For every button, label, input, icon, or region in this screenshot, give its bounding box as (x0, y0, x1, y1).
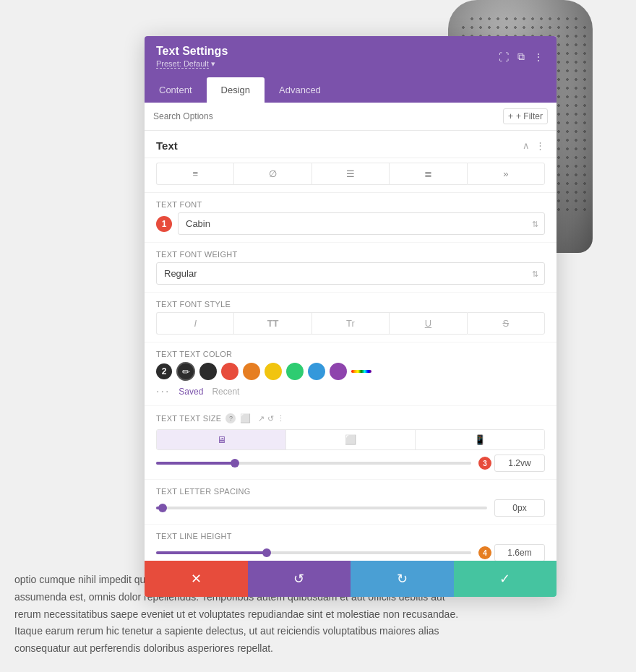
text-section: Text ∧ ⋮ ≡ ∅ ☰ ≣ » Text Font 1 Cabin (145, 131, 556, 597)
text-color-label: Text Text Color (156, 350, 545, 358)
undo-icon: ↺ (293, 571, 304, 587)
style-btn-capitalize[interactable]: Tr (311, 312, 389, 335)
text-font-weight-select[interactable]: Regular (157, 263, 544, 284)
reset-icon[interactable]: ↺ (267, 414, 274, 423)
format-btn-ordered[interactable]: ≣ (389, 163, 466, 185)
text-size-slider-track[interactable] (156, 462, 471, 465)
modal-title-area: Text Settings Preset: Default ▾ (156, 45, 228, 69)
saved-recent-row: ··· Saved Recent (156, 385, 545, 398)
badge-1: 1 (156, 216, 172, 232)
device-tab-mobile[interactable]: 📱 (416, 430, 544, 449)
badge-2: 2 (156, 363, 172, 379)
color-picker-icon[interactable]: ✏ (176, 362, 195, 381)
text-font-field: Text Font 1 Cabin ⇅ (145, 193, 556, 243)
section-header-icons: ∧ ⋮ (523, 140, 545, 151)
section-header: Text ∧ ⋮ (145, 131, 556, 158)
line-height-slider-track[interactable] (156, 551, 471, 554)
color-gradient-picker[interactable] (351, 370, 371, 373)
desktop-icon-small[interactable]: ⬜ (240, 413, 251, 423)
color-dot-red[interactable] (221, 363, 239, 380)
tab-design[interactable]: Design (207, 77, 265, 103)
bottom-bar: ✕ ↺ ↻ ✓ (145, 561, 556, 597)
color-dot-green[interactable] (286, 363, 304, 380)
text-color-field: Text Text Color 2 ✏ ··· Saved Recent (145, 343, 556, 406)
device-tab-tablet[interactable]: ⬜ (286, 430, 416, 449)
format-btn-empty[interactable]: ∅ (233, 163, 311, 185)
text-settings-modal: Text Settings Preset: Default ▾ ⛶ ⧉ ⋮ Co… (145, 36, 556, 597)
filter-plus-icon: + (508, 111, 513, 121)
letter-spacing-input[interactable] (494, 499, 545, 517)
tab-advanced[interactable]: Advanced (265, 77, 335, 103)
text-font-label: Text Font (156, 200, 545, 209)
letter-spacing-slider-track[interactable] (156, 507, 487, 509)
format-btn-list[interactable]: ☰ (311, 163, 389, 185)
cancel-icon: ✕ (191, 571, 202, 587)
split-icon[interactable]: ⧉ (516, 49, 526, 64)
color-dot-dark[interactable] (199, 363, 217, 380)
format-btn-quote[interactable]: » (467, 163, 545, 185)
line-height-input[interactable] (494, 544, 545, 561)
saved-label[interactable]: Saved (179, 387, 203, 397)
collapse-icon[interactable]: ∧ (523, 140, 530, 151)
filter-button[interactable]: + + Filter (503, 108, 548, 124)
text-size-slider-thumb[interactable] (231, 459, 239, 468)
style-btn-uppercase[interactable]: TT (233, 312, 311, 335)
text-font-weight-label: Text Font Weight (156, 250, 545, 259)
search-input[interactable] (153, 111, 503, 121)
color-dot-orange[interactable] (243, 363, 260, 380)
letter-spacing-field: Text Letter Spacing (145, 480, 556, 525)
style-btn-strikethrough[interactable]: S (467, 312, 545, 335)
line-height-slider-fill (156, 551, 267, 554)
modal-header: Text Settings Preset: Default ▾ ⛶ ⧉ ⋮ (145, 36, 556, 77)
confirm-button[interactable]: ✓ (454, 561, 557, 597)
text-font-weight-field: Text Font Weight Regular ⇅ (145, 243, 556, 293)
info-icon[interactable]: ? (225, 413, 236, 423)
letter-spacing-label: Text Letter Spacing (156, 487, 545, 496)
confirm-icon: ✓ (499, 571, 510, 587)
recent-label[interactable]: Recent (212, 387, 239, 397)
modal-title: Text Settings (156, 45, 228, 58)
font-style-row: I TT Tr U S (156, 312, 545, 335)
line-height-label: Text Line Height (156, 532, 545, 540)
text-size-slider-row: 3 (156, 455, 545, 472)
device-tabs: 🖥 ⬜ 📱 (156, 429, 545, 450)
redo-button[interactable]: ↻ (351, 561, 454, 597)
format-row: ≡ ∅ ☰ ≣ » (145, 158, 556, 193)
redo-icon: ↻ (397, 571, 408, 587)
badge-4: 4 (478, 546, 491, 559)
preset-label[interactable]: Preset: Default (156, 59, 209, 69)
text-font-style-label: Text Font Style (156, 300, 545, 309)
modal-tabs: Content Design Advanced (145, 77, 556, 103)
style-btn-italic[interactable]: I (156, 312, 233, 335)
section-title: Text (156, 139, 178, 152)
badge-3: 3 (478, 457, 491, 470)
options-icon[interactable]: ⋮ (277, 414, 285, 423)
text-size-icons: ↗ ↺ ⋮ (258, 414, 285, 423)
text-font-style-field: Text Font Style I TT Tr U S (145, 293, 556, 343)
section-more-icon[interactable]: ⋮ (536, 140, 545, 151)
color-dot-yellow[interactable] (265, 363, 282, 380)
letter-spacing-slider-row (156, 499, 545, 517)
style-btn-underline[interactable]: U (389, 312, 466, 335)
text-size-header: Text Text Size ? ⬜ ↗ ↺ ⋮ (156, 413, 545, 423)
format-btn-align[interactable]: ≡ (156, 163, 233, 185)
text-size-input[interactable] (494, 455, 545, 472)
undo-button[interactable]: ↺ (248, 561, 351, 597)
device-tab-desktop[interactable]: 🖥 (157, 430, 286, 449)
color-dot-purple[interactable] (330, 363, 347, 380)
cancel-button[interactable]: ✕ (145, 561, 248, 597)
tab-content[interactable]: Content (145, 77, 207, 103)
line-height-slider-row: 4 (156, 544, 545, 561)
more-icon[interactable]: ⋮ (532, 50, 545, 64)
text-size-label: Text Text Size (156, 414, 221, 423)
text-size-field: Text Text Size ? ⬜ ↗ ↺ ⋮ 🖥 ⬜ 📱 (145, 406, 556, 480)
search-bar: + + Filter (145, 103, 556, 131)
link-icon[interactable]: ↗ (258, 414, 265, 423)
fullscreen-icon[interactable]: ⛶ (497, 50, 510, 64)
color-dot-blue[interactable] (308, 363, 325, 380)
letter-spacing-slider-thumb[interactable] (158, 504, 167, 512)
dots-button[interactable]: ··· (156, 385, 170, 398)
text-font-select[interactable]: Cabin (179, 213, 544, 234)
text-size-slider-fill (156, 462, 235, 465)
line-height-slider-thumb[interactable] (262, 548, 271, 557)
